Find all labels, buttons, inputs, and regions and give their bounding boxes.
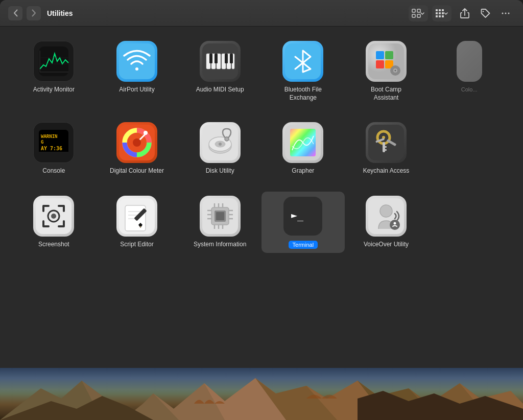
title-bar: Utilities [0,0,523,27]
disk-utility-icon [200,122,241,163]
svg-rect-2 [412,14,415,17]
view-toggle-group [409,5,428,21]
svg-text:AY 7:36: AY 7:36 [41,146,62,151]
svg-rect-32 [209,54,212,63]
svg-rect-71 [384,149,387,151]
svg-rect-50 [39,152,68,155]
screenshot-icon [33,196,74,237]
svg-point-76 [51,214,56,219]
voiceover-icon [366,196,407,237]
system-info-label: System Information [194,241,246,249]
app-item-colorsync-partial[interactable]: Colo... [427,37,511,106]
audio-midi-icon [200,41,241,82]
app-item-disk-utility[interactable]: Disk Utility [178,118,262,179]
svg-rect-70 [384,146,387,148]
console-icon: WARNIN G AY 7:36 [33,122,74,163]
voiceover-label: VoiceOver Utility [364,241,409,249]
empty-cell-r2c6 [427,118,511,179]
airport-utility-icon [116,41,157,82]
svg-point-14 [502,12,504,14]
svg-text:WARNIN: WARNIN [41,134,58,139]
more-button[interactable] [496,5,515,21]
script-editor-icon [116,196,157,237]
app-item-terminal[interactable]: ►_ Terminal [262,192,345,253]
icon-view-button[interactable] [410,6,427,20]
app-item-voiceover[interactable]: VoiceOver Utility [345,192,428,253]
svg-point-24 [135,67,138,71]
svg-rect-0 [412,9,415,12]
app-item-keychain[interactable]: Keychain Access [345,118,428,179]
grapher-label: Grapher [292,167,314,175]
svg-rect-38 [376,51,384,59]
app-item-bluetooth-file[interactable]: Bluetooth File Exchange [262,37,345,106]
bluetooth-file-label: Bluetooth File Exchange [275,86,331,102]
window-title: Utilities [45,9,405,17]
app-item-airport-utility[interactable]: AirPort Utility [96,37,179,106]
app-item-boot-camp[interactable]: Boot Camp Assistant [345,37,428,106]
svg-point-104 [380,205,392,217]
activity-monitor-label: Activity Monitor [33,86,75,94]
svg-rect-35 [230,54,233,63]
svg-point-106 [393,222,396,224]
svg-rect-7 [436,12,438,14]
app-item-activity-monitor[interactable]: Activity Monitor [12,37,96,106]
mountain-silhouette [0,368,523,420]
grapher-icon [282,122,323,163]
svg-rect-10 [436,15,438,17]
svg-point-55 [133,138,141,147]
svg-point-44 [394,70,396,72]
svg-rect-11 [439,15,441,17]
activity-monitor-icon [33,41,74,82]
app-item-script-editor[interactable]: Script Editor [96,192,179,253]
forward-button[interactable] [27,6,41,20]
toolbar-right [409,5,515,21]
console-label: Console [42,167,65,175]
main-content: Activity Monitor AirPort Utility [0,27,523,368]
svg-text:►_: ►_ [291,209,304,221]
svg-rect-4 [436,9,438,11]
svg-point-16 [508,12,510,14]
app-item-screenshot[interactable]: Screenshot [12,192,96,253]
keychain-icon [366,122,407,163]
system-info-icon [200,196,241,237]
bluetooth-icon [282,41,323,82]
audio-midi-label: Audio MIDI Setup [196,86,244,94]
app-grid: Activity Monitor AirPort Utility [12,37,511,253]
disk-utility-label: Disk Utility [206,167,234,175]
svg-text:G: G [41,139,43,145]
boot-camp-label: Boot Camp Assistant [358,86,414,102]
svg-point-13 [483,11,484,12]
svg-point-60 [219,143,222,146]
svg-point-61 [225,137,229,141]
app-item-system-info[interactable]: System Information [178,192,262,253]
digital-colour-icon [116,122,157,163]
boot-camp-icon [366,41,407,82]
digital-colour-label: Digital Colour Meter [110,167,164,175]
terminal-label: Terminal [289,241,318,249]
grid-view-button[interactable] [433,6,450,20]
svg-rect-34 [225,54,228,63]
svg-rect-5 [439,9,441,11]
svg-point-54 [144,131,148,135]
keychain-label: Keychain Access [363,167,410,175]
airport-utility-label: AirPort Utility [119,86,154,94]
svg-point-105 [390,220,400,230]
svg-point-15 [505,12,507,14]
colorsync-label: Colo... [461,86,478,93]
terminal-icon: ►_ [282,196,323,237]
app-item-digital-colour[interactable]: Digital Colour Meter [96,118,179,179]
share-button[interactable] [456,5,474,21]
empty-cell-r3c6 [427,192,511,253]
svg-rect-39 [385,51,393,59]
grid-view-group [432,5,451,21]
desktop-background [0,368,523,420]
app-item-audio-midi[interactable]: Audio MIDI Setup [178,37,262,106]
colorsync-icon [457,41,482,82]
back-button[interactable] [8,6,22,20]
tag-button[interactable] [476,5,494,21]
app-item-console[interactable]: WARNIN G AY 7:36 Console [12,118,96,179]
svg-rect-8 [439,12,441,14]
app-item-grapher[interactable]: Grapher [262,118,345,179]
svg-rect-100 [216,212,224,220]
finder-window: Utilities [0,0,523,368]
